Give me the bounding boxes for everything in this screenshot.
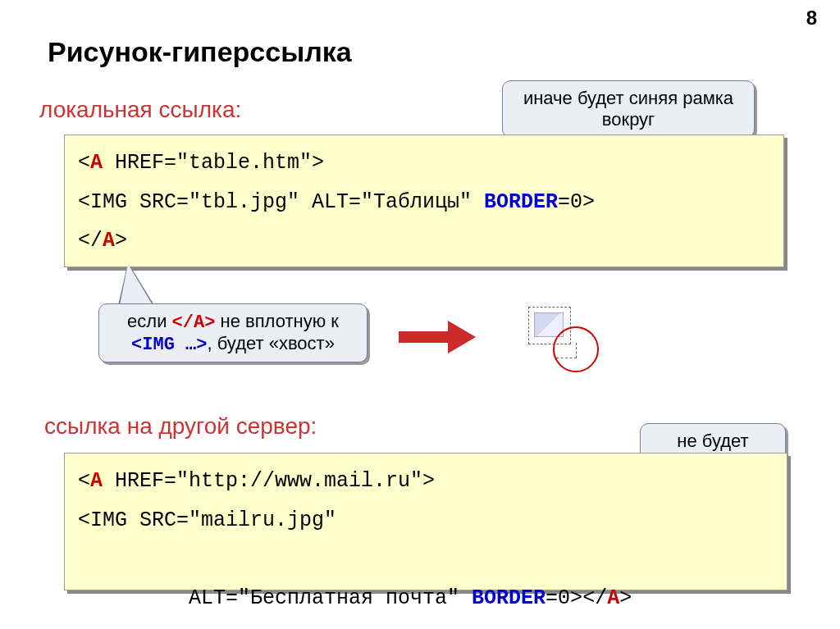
code-line: </A>: [78, 221, 770, 261]
code-line: <A HREF="table.htm">: [78, 144, 770, 183]
code-box-remote: <A HREF="http://www.mail.ru"> <IMG SRC="…: [64, 453, 788, 590]
highlight-circle-icon: [553, 326, 599, 372]
callout-tail-warning: если </A> не вплотную к <IMG …>, будет «…: [98, 303, 368, 362]
image-tail-demo: [527, 305, 600, 364]
code-box-local: <A HREF="table.htm"> <IMG SRC="tbl.jpg" …: [64, 134, 784, 267]
code-line: <IMG SRC="tbl.jpg" ALT="Таблицы" BORDER=…: [78, 183, 770, 222]
code-line: <IMG SRC="mailru.jpg": [78, 501, 774, 540]
subtitle-local-link: локальная ссылка:: [39, 97, 241, 123]
page-number: 8: [806, 7, 817, 30]
code-line: <A HREF="http://www.mail.ru">: [78, 462, 774, 501]
page-title: Рисунок-гиперссылка: [48, 36, 352, 68]
callout-blue-border: иначе будет синяя рамка вокруг: [502, 80, 755, 138]
arrow-icon: [399, 326, 474, 346]
callout-pointer: [120, 264, 153, 305]
code-line: ALT="Бесплатная почта" BORDER=0></A>: [78, 540, 774, 629]
subtitle-remote-link: ссылка на другой сервер:: [44, 413, 317, 440]
